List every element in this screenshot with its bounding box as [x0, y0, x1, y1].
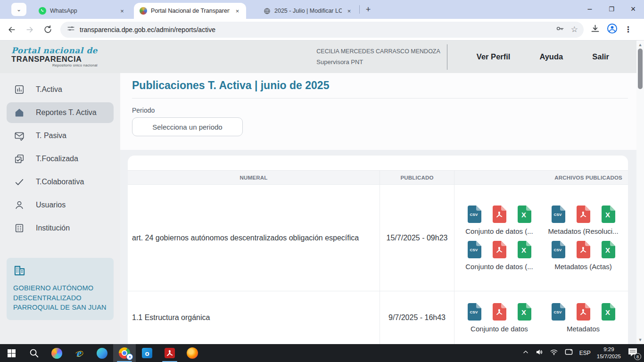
building-icon: [14, 223, 25, 233]
forward-icon[interactable]: [22, 22, 38, 38]
back-icon[interactable]: [4, 22, 20, 38]
logout-button[interactable]: Salir: [592, 52, 609, 61]
portal-favicon-icon: [140, 7, 147, 15]
period-select[interactable]: Selecciona un periodo: [132, 117, 243, 136]
tray-chevron-up-icon[interactable]: [522, 349, 529, 357]
volume-icon[interactable]: [535, 348, 544, 358]
sidebar-item-t-colaborativa[interactable]: T.Colaborativa: [7, 170, 114, 193]
acrobat-button[interactable]: [158, 344, 181, 362]
chrome-button[interactable]: [113, 344, 136, 362]
minimize-window-button[interactable]: –: [579, 0, 601, 18]
edge-button[interactable]: [91, 344, 113, 362]
time: 9:29: [597, 346, 621, 353]
excel-file-icon[interactable]: X: [517, 206, 531, 223]
pdf-file-icon[interactable]: [576, 303, 590, 321]
new-tab-button[interactable]: +: [362, 3, 375, 16]
published-cell: 15/7/2025 - 09h23: [380, 185, 454, 291]
page-title: Publicaciones T. Activa | junio de 2025: [132, 73, 636, 92]
excel-file-icon[interactable]: X: [517, 241, 531, 258]
internet-explorer-button[interactable]: e: [68, 344, 91, 362]
taskbar-search-button[interactable]: [23, 344, 45, 362]
bookmark-star-icon[interactable]: ☆: [571, 25, 578, 34]
close-window-button[interactable]: ×: [622, 0, 644, 18]
sidebar-item-t-focalizada[interactable]: T.Focalizada: [7, 147, 114, 170]
language-indicator[interactable]: ESP: [579, 350, 591, 356]
firefox-button[interactable]: [181, 344, 204, 362]
downloads-icon[interactable]: [590, 24, 600, 35]
window-controls: – ❐ ×: [579, 0, 644, 19]
clock[interactable]: 9:29 15/7/2025: [597, 346, 621, 360]
help-button[interactable]: Ayuda: [539, 52, 563, 61]
wifi-icon[interactable]: [550, 348, 558, 358]
sidebar-item-t-activa[interactable]: T.Activa: [7, 78, 114, 101]
portal-logo: Portal nacional de TRANSPARENCIA Reposit…: [11, 47, 98, 67]
csv-file-icon[interactable]: CSV: [551, 241, 565, 258]
url-text[interactable]: transparencia.dpe.gob.ec/admin/reports/a…: [80, 26, 555, 33]
close-tab-icon[interactable]: ×: [118, 7, 126, 15]
organization-card[interactable]: GOBIERNO AUTÓNOMO DESCENTRALIZADO PARROQ…: [7, 258, 114, 320]
restore-window-button[interactable]: ❐: [601, 0, 622, 18]
logo-line2: TRANSPARENCIA: [11, 55, 98, 63]
csv-file-icon[interactable]: CSV: [551, 206, 565, 223]
pdf-file-icon[interactable]: [492, 241, 506, 258]
connect-display-icon[interactable]: [564, 348, 573, 358]
notifications-button[interactable]: 8: [627, 347, 639, 359]
tab-title: Portal Nacional de Transparenci: [151, 8, 230, 14]
pdf-file-icon[interactable]: [492, 206, 506, 223]
sidebar-item-reportes-t-activa[interactable]: Reportes T. Activa: [7, 102, 114, 123]
user-role: Supervisora PNT: [316, 59, 440, 65]
excel-file-icon[interactable]: X: [601, 303, 615, 321]
file-group: CSV X Conjunto de datos (...: [457, 241, 541, 271]
file-group: CSV X Conjunto de datos (...: [457, 206, 541, 235]
file-group-label: Conjunto de datos (...: [465, 263, 533, 271]
globe-icon: [263, 7, 271, 15]
column-header-numeral: NUMERAL: [128, 171, 380, 184]
copilot-button[interactable]: [45, 344, 68, 362]
view-profile-button[interactable]: Ver Perfil: [477, 52, 511, 61]
browser-menu-icon[interactable]: ⋮: [624, 25, 632, 34]
whatsapp-icon: [39, 7, 46, 15]
sidebar-item-t-pasiva[interactable]: T. Pasiva: [7, 124, 114, 147]
period-select-placeholder: Selecciona un periodo: [152, 123, 222, 131]
csv-file-icon[interactable]: CSV: [551, 303, 565, 321]
profile-avatar-icon[interactable]: [607, 23, 618, 36]
scroll-up-icon[interactable]: ▲: [636, 42, 644, 47]
numeral-cell: art. 24 gobiernos autónomos descentraliz…: [128, 185, 380, 291]
pdf-file-icon[interactable]: [492, 303, 506, 321]
organization-building-icon: [13, 264, 107, 279]
check-icon: [14, 177, 25, 187]
pdf-file-icon[interactable]: [576, 206, 590, 223]
tab-lotaip[interactable]: 2025 - Julio | Modificar LOTAIP ×: [257, 3, 357, 19]
mail-check-icon: [14, 131, 25, 141]
outlook-button[interactable]: o: [136, 344, 158, 362]
close-tab-icon[interactable]: ×: [233, 7, 241, 15]
url-bar[interactable]: transparencia.dpe.gob.ec/admin/reports/a…: [60, 22, 584, 38]
pdf-file-icon[interactable]: [576, 241, 590, 258]
firefox-icon: [187, 347, 198, 359]
reload-icon[interactable]: [40, 22, 56, 38]
scrollbar-thumb[interactable]: [638, 49, 643, 89]
tab-whatsapp[interactable]: WhatsApp ×: [33, 3, 131, 19]
page-scrollbar[interactable]: ▲ ▼: [636, 41, 644, 344]
toolbar-right: ⋮: [590, 23, 632, 36]
excel-file-icon[interactable]: X: [601, 206, 615, 223]
user-name: CECILIA MERCEDES CARRASCO MENDOZA: [316, 49, 440, 55]
start-button[interactable]: [0, 344, 23, 362]
csv-file-icon[interactable]: CSV: [467, 303, 481, 321]
publications-table-section: NUMERAL PUBLICADO ARCHIVOS PUBLICADOS ar…: [120, 150, 636, 344]
csv-file-icon[interactable]: CSV: [467, 241, 481, 258]
sidebar-item-institucion[interactable]: Institución: [7, 216, 114, 239]
tab-portal-active[interactable]: Portal Nacional de Transparenci ×: [134, 3, 246, 19]
password-key-icon[interactable]: [555, 24, 564, 35]
csv-file-icon[interactable]: CSV: [467, 206, 481, 223]
sidebar-item-usuarios[interactable]: Usuarios: [7, 193, 114, 216]
excel-file-icon[interactable]: X: [601, 241, 615, 258]
close-tab-icon[interactable]: ×: [346, 7, 353, 15]
files-cell: CSV X Conjunto de datos (... CSV X: [454, 185, 628, 291]
scroll-down-icon[interactable]: ▼: [636, 337, 644, 342]
copy-check-icon: [14, 154, 25, 164]
site-info-icon[interactable]: [67, 25, 75, 34]
tab-search-chevron-icon[interactable]: ⌄: [11, 3, 26, 16]
excel-file-icon[interactable]: X: [517, 303, 531, 321]
column-header-archivos: ARCHIVOS PUBLICADOS: [454, 171, 628, 184]
